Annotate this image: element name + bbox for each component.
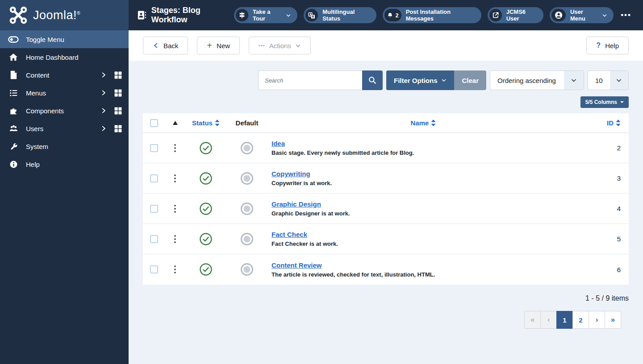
chevron-down-icon bbox=[602, 12, 607, 18]
sidebar-item-users[interactable]: Users bbox=[0, 120, 129, 137]
new-button[interactable]: + New bbox=[197, 37, 240, 54]
dashboard-grid-icon[interactable] bbox=[114, 124, 122, 133]
drag-handle[interactable] bbox=[165, 205, 185, 213]
filter-options-button[interactable]: Filter Options bbox=[386, 70, 455, 90]
sidebar-item-menus[interactable]: Menus bbox=[0, 84, 129, 102]
status-published-toggle[interactable] bbox=[185, 141, 227, 155]
sort-icon bbox=[431, 120, 436, 126]
default-toggle[interactable] bbox=[227, 232, 267, 246]
pagination-next-button[interactable]: › bbox=[589, 311, 605, 329]
ordering-select[interactable]: Ordering ascending bbox=[490, 70, 584, 90]
post-installation-messages-button[interactable]: 2 Post Installation Messages bbox=[383, 7, 481, 23]
joomla-logo: Joomla!® bbox=[0, 0, 129, 30]
status-published-toggle[interactable] bbox=[185, 202, 227, 215]
row-checkbox[interactable] bbox=[150, 144, 158, 152]
status-published-toggle[interactable] bbox=[185, 263, 227, 276]
document-icon bbox=[8, 70, 19, 79]
sort-asc-triangle-icon bbox=[173, 121, 178, 125]
signpost-icon bbox=[236, 9, 248, 21]
pagination-last-button[interactable]: » bbox=[605, 311, 621, 329]
ordering-value: Ordering ascending bbox=[490, 71, 564, 90]
help-button[interactable]: ? Help bbox=[586, 37, 629, 54]
users-icon bbox=[8, 124, 19, 133]
external-link-icon bbox=[489, 9, 502, 21]
actions-dots-icon: ••• bbox=[259, 43, 265, 48]
name-column-header[interactable]: Name bbox=[411, 119, 436, 127]
chevron-down-icon bbox=[286, 12, 291, 18]
take-a-tour-label: Take a Tour bbox=[253, 8, 281, 22]
pagination-page-1-button[interactable]: 1 bbox=[556, 311, 573, 329]
list-icon bbox=[8, 89, 19, 97]
status-column-header[interactable]: Status bbox=[192, 119, 220, 127]
drag-handle[interactable] bbox=[165, 174, 185, 182]
default-toggle[interactable] bbox=[227, 202, 267, 215]
drag-handle[interactable] bbox=[165, 265, 185, 273]
registered-mark: ® bbox=[77, 11, 80, 16]
search-icon bbox=[368, 76, 377, 85]
multilingual-status-label: Multilingual Status bbox=[322, 8, 370, 22]
stage-name-link[interactable]: Idea bbox=[271, 140, 285, 147]
row-checkbox[interactable] bbox=[150, 174, 158, 182]
status-published-toggle[interactable] bbox=[185, 172, 227, 185]
sidebar-item-label: System bbox=[26, 143, 48, 150]
clear-button[interactable]: Clear bbox=[454, 70, 486, 90]
actions-button[interactable]: ••• Actions bbox=[249, 37, 311, 54]
filter-bar: Filter Options Clear Ordering ascending … bbox=[143, 70, 629, 90]
sidebar-item-home-dashboard[interactable]: Home Dashboard bbox=[0, 48, 129, 66]
list-limit-select[interactable]: 10 bbox=[588, 70, 629, 90]
sidebar-item-toggle-menu[interactable]: Toggle Menu bbox=[0, 30, 129, 48]
back-button[interactable]: Back bbox=[143, 37, 188, 54]
radio-circle-icon bbox=[240, 141, 254, 155]
check-circle-icon bbox=[199, 141, 213, 155]
sidebar-item-label: Content bbox=[26, 71, 50, 79]
dashboard-grid-icon[interactable] bbox=[114, 89, 122, 97]
search-input[interactable] bbox=[258, 70, 362, 90]
pagination-first-button[interactable]: « bbox=[524, 311, 541, 329]
toolbar: Back + New ••• Actions ? Help bbox=[129, 30, 643, 61]
search-button[interactable] bbox=[362, 70, 383, 90]
sidebar-item-label: Users bbox=[26, 125, 43, 132]
pagination-page-2-button[interactable]: 2 bbox=[572, 311, 589, 329]
select-all-checkbox[interactable] bbox=[150, 119, 158, 127]
sidebar-item-label: Home Dashboard bbox=[26, 54, 79, 61]
row-checkbox[interactable] bbox=[150, 265, 158, 273]
pagination-prev-button[interactable]: ‹ bbox=[540, 311, 557, 329]
id-column-header[interactable]: ID bbox=[607, 119, 621, 127]
sidebar-item-components[interactable]: Components bbox=[0, 102, 129, 120]
sidebar-item-content[interactable]: Content bbox=[0, 66, 129, 84]
default-toggle[interactable] bbox=[227, 141, 267, 155]
user-menu-label: User Menu bbox=[570, 8, 597, 22]
user-menu-button[interactable]: User Menu bbox=[550, 7, 614, 23]
drag-handle[interactable] bbox=[165, 144, 185, 152]
take-a-tour-button[interactable]: Take a Tour bbox=[234, 7, 297, 23]
chevron-right-icon bbox=[100, 108, 107, 114]
top-bar: Joomla!® Stages: Blog Workflow Take a To… bbox=[0, 0, 643, 30]
dashboard-grid-icon[interactable] bbox=[114, 71, 122, 79]
row-checkbox[interactable] bbox=[150, 205, 158, 213]
dashboard-grid-icon[interactable] bbox=[114, 107, 122, 115]
row-checkbox[interactable] bbox=[150, 235, 158, 243]
toggle-icon bbox=[8, 36, 19, 43]
default-toggle[interactable] bbox=[227, 172, 267, 185]
preview-site-button[interactable]: JCMS6 User bbox=[488, 7, 543, 23]
more-options-icon[interactable]: ••• bbox=[621, 11, 631, 20]
clear-label: Clear bbox=[462, 77, 479, 84]
radio-circle-icon bbox=[240, 263, 254, 276]
stage-id: 6 bbox=[575, 266, 629, 273]
stage-name-link[interactable]: Content Review bbox=[271, 261, 322, 269]
drag-handle[interactable] bbox=[165, 235, 185, 243]
default-toggle[interactable] bbox=[227, 263, 267, 276]
ordering-sort-header[interactable] bbox=[165, 121, 185, 125]
chevron-right-icon bbox=[100, 72, 107, 78]
columns-toggle-badge[interactable]: 5/5 Columns bbox=[580, 96, 629, 108]
multilingual-status-button[interactable]: A Multilingual Status bbox=[304, 7, 376, 23]
status-published-toggle[interactable] bbox=[185, 232, 227, 246]
stage-name-link[interactable]: Fact Check bbox=[271, 231, 307, 238]
sidebar-item-system[interactable]: System bbox=[0, 137, 129, 155]
sidebar-item-help[interactable]: Help bbox=[0, 155, 129, 173]
check-circle-icon bbox=[199, 263, 213, 276]
vertical-dots-icon bbox=[174, 174, 176, 182]
stage-name-link[interactable]: Copywriting bbox=[271, 170, 310, 178]
workflow-stages-icon bbox=[137, 10, 147, 21]
stage-name-link[interactable]: Graphic Design bbox=[271, 200, 321, 208]
